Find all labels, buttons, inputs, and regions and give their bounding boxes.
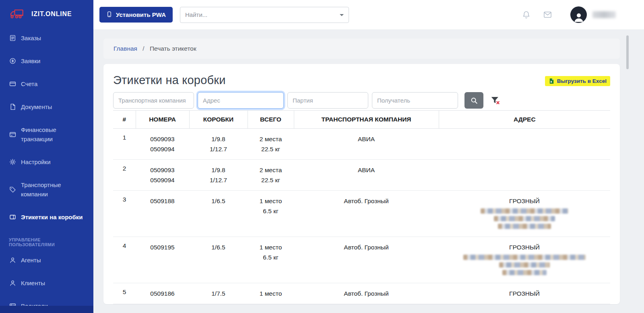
labels-icon — [9, 214, 16, 221]
notifications-bell-icon[interactable] — [522, 10, 531, 19]
sidebar-item-label: Клиенты — [21, 278, 45, 288]
cell-boxes: 1/9.81/12.7 — [189, 160, 248, 191]
topbar: Установить PWA — [93, 0, 644, 29]
transactions-icon — [9, 131, 16, 138]
orders-icon — [9, 35, 16, 42]
sidebar-item-requests[interactable]: Заявки — [0, 49, 93, 72]
cell-text-line: 6.5 кг — [251, 206, 291, 216]
cell-text-line: 0509094 — [139, 175, 186, 185]
filter-batch-input[interactable] — [287, 92, 368, 109]
sidebar-item-agents[interactable]: Агенты — [0, 249, 93, 272]
cell-text-line: 0509188 — [139, 196, 186, 206]
install-pwa-label: Установить PWA — [116, 11, 166, 18]
sidebar-nav: ЗаказыЗаявкиСчетаДокументыФинансовые тра… — [0, 27, 93, 229]
invoices-icon — [9, 80, 16, 88]
header-total: ВСЕГО — [248, 111, 294, 129]
cell-numbers: 05090930509094 — [136, 160, 189, 191]
excel-file-icon — [549, 78, 555, 84]
search-button[interactable] — [464, 92, 483, 109]
header-numbers: НОМЕРА — [136, 111, 189, 129]
cell-text-line: 1/6.5 — [192, 196, 244, 206]
cell-text-line: 1 место — [251, 288, 291, 299]
table-row: 305091881/6.51 место6.5 кгАвтоб. Грозный… — [113, 191, 610, 237]
logo[interactable]: IZIT.ONLINE — [0, 0, 93, 27]
labels-table-body: 1050909305090941/9.81/12.72 места22.5 кг… — [113, 129, 610, 304]
breadcrumb-home-link[interactable]: Главная — [114, 45, 137, 52]
cell-text-line: 0509094 — [139, 144, 186, 154]
redacted-address-line — [463, 255, 586, 260]
filter-remove-icon — [490, 95, 501, 106]
documents-icon — [9, 103, 16, 111]
global-search[interactable] — [180, 7, 349, 23]
table-row: 505091861/7.51 местоАвтоб. ГрозныйГРОЗНЫ… — [113, 283, 610, 304]
cell-total: 1 место6.5 кг — [248, 237, 294, 283]
header-boxes: КОРОБКИ — [189, 111, 248, 129]
redacted-address-line — [498, 224, 551, 229]
cell-total: 2 места22.5 кг — [248, 160, 294, 191]
cell-total: 2 места22.5 кг — [248, 129, 294, 160]
cell-numbers: 0509186 — [136, 283, 189, 304]
cell-text-line: 22.5 кг — [251, 175, 291, 185]
sidebar-item-label: Заявки — [21, 56, 40, 66]
sidebar-item-label: Настройки — [21, 157, 51, 167]
global-search-input[interactable] — [180, 7, 349, 23]
filter-address-input[interactable] — [198, 92, 284, 109]
cell-boxes: 1/9.81/12.7 — [189, 129, 248, 160]
clear-filters-button[interactable] — [489, 94, 502, 107]
page-scrollbar-thumb[interactable] — [626, 35, 629, 69]
sidebar-item-orders[interactable]: Заказы — [0, 27, 93, 49]
cell-text-line: 0509195 — [139, 242, 186, 252]
cell-total: 1 место — [248, 283, 294, 304]
breadcrumb-current: Печать этикеток — [150, 45, 196, 52]
cell-text-line: 1/7.5 — [192, 288, 244, 299]
sidebar-item-label: Транспортные компании — [21, 180, 85, 199]
sidebar-item-label: Финансовые транзакции — [21, 125, 85, 144]
truck-logo-icon — [9, 8, 27, 20]
install-pwa-button[interactable]: Установить PWA — [99, 7, 173, 23]
labels-table: # НОМЕРА КОРОБКИ ВСЕГО ТРАНСПОРТНАЯ КОМП… — [113, 110, 610, 304]
cell-company: Автоб. Грозный — [294, 283, 439, 304]
table-head: # НОМЕРА КОРОБКИ ВСЕГО ТРАНСПОРТНАЯ КОМП… — [113, 111, 610, 129]
sidebar-item-companies[interactable]: Транспортные компании — [0, 173, 93, 206]
user-avatar[interactable] — [570, 6, 587, 23]
person-icon — [573, 11, 585, 23]
cell-boxes: 1/6.5 — [189, 191, 248, 237]
cell-text-line: 1/9.8 — [192, 165, 244, 175]
page-title: Этикетки на коробки — [113, 73, 226, 87]
main-column: Установить PWA — [93, 0, 644, 313]
breadcrumb: Главная / Печать этикеток — [103, 39, 620, 59]
sidebar-item-transactions[interactable]: Финансовые транзакции — [0, 118, 93, 150]
filters-row — [113, 92, 610, 109]
cell-text-line: 0509093 — [139, 134, 186, 144]
company-name: Автоб. Грозный — [297, 288, 436, 299]
sidebar-item-clients[interactable]: Клиенты — [0, 272, 93, 294]
address-city: ГРОЗНЫЙ — [442, 288, 607, 299]
cell-company: Автоб. Грозный — [294, 237, 439, 283]
sidebar-section-label: УПРАВЛЕНИЕ ПОЛЬЗОВАТЕЛЯМИ — [0, 229, 93, 249]
cell-text-line: 1/12.7 — [192, 175, 244, 185]
table-row: 2050909305090941/9.81/12.72 места22.5 кг… — [113, 160, 610, 191]
cell-text-line: 6.5 кг — [251, 252, 291, 262]
cell-text-line: 2 места — [251, 134, 291, 144]
cell-index: 4 — [113, 237, 136, 283]
company-name: Автоб. Грозный — [297, 196, 436, 206]
sidebar-item-settings[interactable]: Настройки — [0, 150, 93, 173]
sidebar-item-invoices[interactable]: Счета — [0, 72, 93, 95]
table-row: 1050909305090941/9.81/12.72 места22.5 кг… — [113, 129, 610, 160]
cell-address: ГРОЗНЫЙ — [439, 191, 610, 237]
filter-company-input[interactable] — [113, 92, 194, 109]
redacted-address-line — [494, 216, 555, 221]
sidebar-item-documents[interactable]: Документы — [0, 95, 93, 118]
export-excel-link[interactable]: Выгрузить в Excel — [545, 76, 610, 86]
sidebar-footer — [0, 306, 93, 313]
filter-recipient-input[interactable] — [372, 92, 458, 109]
cell-address: ГРОЗНЫЙ — [439, 237, 610, 283]
sidebar-item-label: Агенты — [21, 255, 41, 265]
sidebar-item-labels[interactable]: Этикетки на коробки — [0, 206, 93, 229]
cell-company: АВИА — [294, 160, 439, 191]
cell-index: 2 — [113, 160, 136, 191]
cell-text-line: 0509093 — [139, 165, 186, 175]
agents-icon — [9, 257, 16, 264]
messages-envelope-icon[interactable] — [543, 10, 552, 19]
search-icon — [471, 97, 478, 104]
